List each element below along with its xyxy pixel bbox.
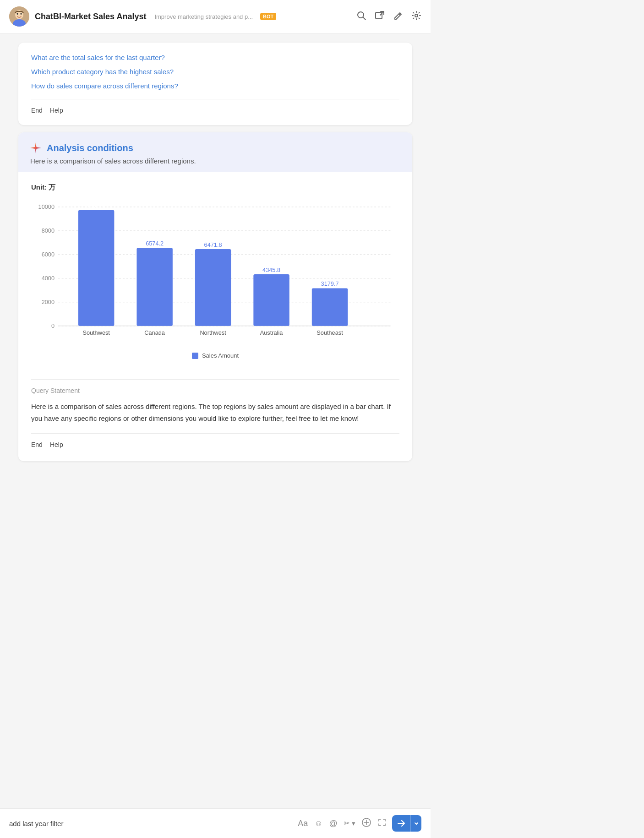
analysis-subtitle: Here is a comparison of sales across dif… xyxy=(30,157,401,165)
chat-area: What are the total sales for the last qu… xyxy=(0,33,431,808)
svg-text:4345.8: 4345.8 xyxy=(262,267,280,273)
font-size-icon[interactable]: Aa xyxy=(298,819,308,828)
analysis-action-buttons: End Help xyxy=(31,441,399,448)
svg-text:6574.2: 6574.2 xyxy=(146,240,164,247)
query-text: Here is a comparison of sales across dif… xyxy=(31,401,399,424)
svg-text:4000: 4000 xyxy=(42,275,55,282)
svg-text:10000: 10000 xyxy=(38,203,55,210)
legend-label: Sales Amount xyxy=(202,352,239,359)
bar-australia xyxy=(253,274,289,326)
divider-3 xyxy=(31,433,399,434)
mention-icon[interactable]: @ xyxy=(329,819,338,828)
send-dropdown-button[interactable] xyxy=(410,815,421,832)
svg-point-4 xyxy=(21,13,22,15)
svg-rect-7 xyxy=(376,12,382,19)
svg-text:Australia: Australia xyxy=(260,329,283,336)
app-title: ChatBI-Market Sales Analyst xyxy=(35,12,146,22)
emoji-icon[interactable]: ☺ xyxy=(314,819,322,828)
svg-text:6471.8: 6471.8 xyxy=(204,241,222,248)
analysis-header: Analysis conditions Here is a comparison… xyxy=(18,132,412,172)
svg-text:Southeast: Southeast xyxy=(317,329,343,336)
avatar xyxy=(9,6,29,27)
share-icon[interactable] xyxy=(375,11,385,23)
divider-2 xyxy=(31,379,399,380)
message-input[interactable] xyxy=(9,820,292,827)
help-button[interactable]: Help xyxy=(50,107,63,114)
suggestion-link-1[interactable]: What are the total sales for the last qu… xyxy=(31,54,399,61)
chart-legend: Sales Amount xyxy=(31,352,399,359)
svg-line-6 xyxy=(363,17,366,20)
input-bar: Aa ☺ @ ✂ ▾ xyxy=(0,808,431,838)
bar-canada xyxy=(136,248,172,326)
svg-point-3 xyxy=(17,13,18,15)
svg-text:2000: 2000 xyxy=(42,299,55,305)
header-icons xyxy=(356,11,421,23)
app-header: ChatBI-Market Sales Analyst Improve mark… xyxy=(0,0,431,33)
svg-text:9725.9: 9725.9 xyxy=(87,203,105,210)
analysis-help-button[interactable]: Help xyxy=(50,441,63,448)
bar-chart: 10000 8000 6000 4000 2000 0 9725.9 South… xyxy=(31,201,399,348)
bar-southwest xyxy=(78,210,114,326)
divider xyxy=(31,99,399,99)
svg-text:8000: 8000 xyxy=(42,227,55,234)
svg-text:Northwest: Northwest xyxy=(200,329,226,336)
svg-text:Southwest: Southwest xyxy=(82,329,110,336)
chart-container: 10000 8000 6000 4000 2000 0 9725.9 South… xyxy=(31,201,399,348)
suggestion-link-2[interactable]: Which product category has the highest s… xyxy=(31,68,399,76)
svg-text:0: 0 xyxy=(51,322,55,329)
analysis-end-button[interactable]: End xyxy=(31,441,43,448)
svg-point-10 xyxy=(415,14,418,17)
plus-icon[interactable] xyxy=(362,818,371,829)
input-toolbar: Aa ☺ @ ✂ ▾ xyxy=(298,818,387,829)
send-button[interactable] xyxy=(392,815,410,832)
expand-icon[interactable] xyxy=(377,818,387,829)
app-subtitle: Improve marketing strategies and p... xyxy=(154,13,253,20)
legend-color-box xyxy=(192,353,198,359)
svg-line-9 xyxy=(399,14,400,15)
bar-southeast xyxy=(312,288,348,326)
send-button-group xyxy=(392,815,421,832)
analysis-card: Analysis conditions Here is a comparison… xyxy=(18,132,412,461)
query-section: Query Statement Here is a comparison of … xyxy=(18,379,412,461)
suggestion-card: What are the total sales for the last qu… xyxy=(18,43,412,125)
action-buttons: End Help xyxy=(31,107,399,114)
edit-icon[interactable] xyxy=(393,11,403,23)
bot-badge: BOT xyxy=(260,13,276,20)
suggestion-link-3[interactable]: How do sales compare across different re… xyxy=(31,82,399,90)
bar-northwest xyxy=(195,249,231,326)
svg-text:Canada: Canada xyxy=(144,329,165,336)
scissors-icon[interactable]: ✂ ▾ xyxy=(344,819,355,827)
search-icon[interactable] xyxy=(356,11,366,23)
chart-section: Unit: 万 10000 8000 6000 4000 xyxy=(18,172,412,370)
settings-icon[interactable] xyxy=(411,11,421,23)
analysis-title: Analysis conditions xyxy=(47,143,133,153)
end-button[interactable]: End xyxy=(31,107,43,114)
sparkle-icon xyxy=(29,141,42,154)
query-title: Query Statement xyxy=(31,387,399,394)
chart-unit: Unit: 万 xyxy=(31,183,399,192)
svg-text:3179.7: 3179.7 xyxy=(321,280,339,287)
svg-text:6000: 6000 xyxy=(42,251,55,258)
